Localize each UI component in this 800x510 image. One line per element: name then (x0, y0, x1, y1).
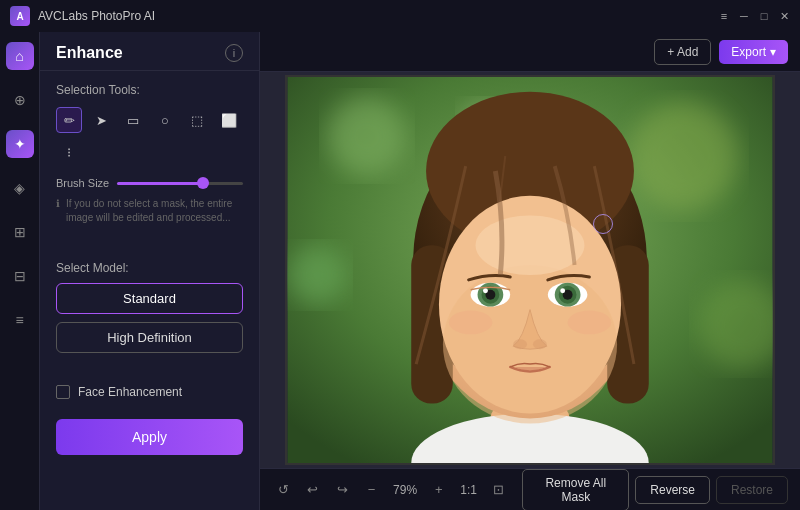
titlebar: A AVCLabs PhotoPro AI ≡ ─ □ ✕ (0, 0, 800, 32)
zoom-out-button[interactable]: − (360, 476, 383, 504)
restore-button[interactable]: Restore (716, 476, 788, 504)
export-label: Export (731, 45, 766, 59)
redo-button[interactable]: ↪ (331, 476, 354, 504)
svg-point-27 (533, 339, 547, 349)
sidebar-item-tool1[interactable]: ⊕ (6, 86, 34, 114)
selection-tools-section: Selection Tools: ✏ ➤ ▭ ○ ⬚ ⬜ ⁝ Brush Siz… (40, 71, 259, 249)
panel-title: Enhance (56, 44, 123, 62)
svg-point-1 (327, 97, 406, 176)
model-section: Select Model: Standard High Definition (40, 249, 259, 373)
brush-size-label: Brush Size (56, 177, 109, 189)
brush-size-row: Brush Size (56, 177, 243, 189)
svg-point-3 (288, 245, 347, 304)
brush-info-text: If you do not select a mask, the entire … (66, 197, 243, 225)
face-enhancement-row: Face Enhancement (40, 373, 259, 411)
brush-info: ℹ If you do not select a mask, the entir… (56, 197, 243, 225)
sidebar-item-settings1[interactable]: ◈ (6, 174, 34, 202)
bottom-bar: ↺ ↩ ↪ − 79% + 1:1 ⊡ Remove All Mask Reve… (260, 468, 800, 510)
lasso-tool[interactable]: ⬚ (184, 107, 210, 133)
brush-size-slider[interactable] (117, 182, 243, 185)
high-definition-model-btn[interactable]: High Definition (56, 322, 243, 353)
circle-tool[interactable]: ○ (152, 107, 178, 133)
arrow-tool[interactable]: ➤ (88, 107, 114, 133)
svg-point-25 (560, 288, 565, 293)
svg-point-2 (629, 102, 738, 211)
rotate-left-button[interactable]: ↺ (272, 476, 295, 504)
svg-point-28 (449, 311, 493, 335)
top-bar: + Add Export ▾ (260, 32, 800, 72)
add-button[interactable]: + Add (654, 39, 711, 65)
sidebar-item-home[interactable]: ⌂ (6, 42, 34, 70)
panel-header: Enhance i (40, 32, 259, 71)
maximize-icon[interactable]: □ (758, 10, 770, 22)
select-model-label: Select Model: (56, 261, 243, 275)
zoom-percent: 79% (389, 483, 421, 497)
zoom-1to1-label[interactable]: 1:1 (456, 483, 481, 497)
sidebar-item-settings2[interactable]: ⊟ (6, 262, 34, 290)
fit-screen-button[interactable]: ⊡ (487, 476, 510, 504)
reverse-button[interactable]: Reverse (635, 476, 710, 504)
undo-button[interactable]: ↩ (301, 476, 324, 504)
eraser-tool[interactable]: ⬜ (216, 107, 242, 133)
close-icon[interactable]: ✕ (778, 10, 790, 22)
zoom-in-button[interactable]: + (427, 476, 450, 504)
menu-icon[interactable]: ≡ (718, 10, 730, 22)
image-container (285, 75, 775, 465)
nav-sidebar: ⌂ ⊕ ✦ ◈ ⊞ ⊟ ≡ (0, 32, 40, 510)
apply-section: Apply (40, 411, 259, 471)
selection-tools-label: Selection Tools: (56, 83, 243, 97)
app-logo: A (10, 6, 30, 26)
svg-point-20 (483, 288, 488, 293)
apply-button[interactable]: Apply (56, 419, 243, 455)
info-circle-icon: ℹ (56, 198, 60, 209)
portrait-image (287, 77, 773, 463)
sidebar-item-layers[interactable]: ⊞ (6, 218, 34, 246)
brush-slider-thumb (197, 177, 209, 189)
tools-row: ✏ ➤ ▭ ○ ⬚ ⬜ ⁝ (56, 107, 243, 165)
left-panel: Enhance i Selection Tools: ✏ ➤ ▭ ○ ⬚ ⬜ ⁝… (40, 32, 260, 510)
main-layout: ⌂ ⊕ ✦ ◈ ⊞ ⊟ ≡ Enhance i Selection Tools:… (0, 32, 800, 510)
svg-point-29 (568, 311, 612, 335)
canvas-area[interactable] (260, 72, 800, 468)
pen-tool[interactable]: ✏ (56, 107, 82, 133)
sidebar-item-enhance[interactable]: ✦ (6, 130, 34, 158)
sidebar-item-sliders[interactable]: ≡ (6, 306, 34, 334)
info-icon[interactable]: i (225, 44, 243, 62)
dots-tool[interactable]: ⁝ (56, 139, 82, 165)
export-button[interactable]: Export ▾ (719, 40, 788, 64)
export-chevron-icon: ▾ (770, 45, 776, 59)
standard-model-btn[interactable]: Standard (56, 283, 243, 314)
rect-tool[interactable]: ▭ (120, 107, 146, 133)
face-enhancement-label: Face Enhancement (78, 385, 182, 399)
app-title: AVCLabs PhotoPro AI (38, 9, 718, 23)
remove-all-mask-button[interactable]: Remove All Mask (522, 469, 629, 511)
svg-point-26 (513, 339, 527, 349)
window-controls: ≡ ─ □ ✕ (718, 10, 790, 22)
content-area: + Add Export ▾ (260, 32, 800, 510)
minimize-icon[interactable]: ─ (738, 10, 750, 22)
face-enhancement-checkbox[interactable] (56, 385, 70, 399)
